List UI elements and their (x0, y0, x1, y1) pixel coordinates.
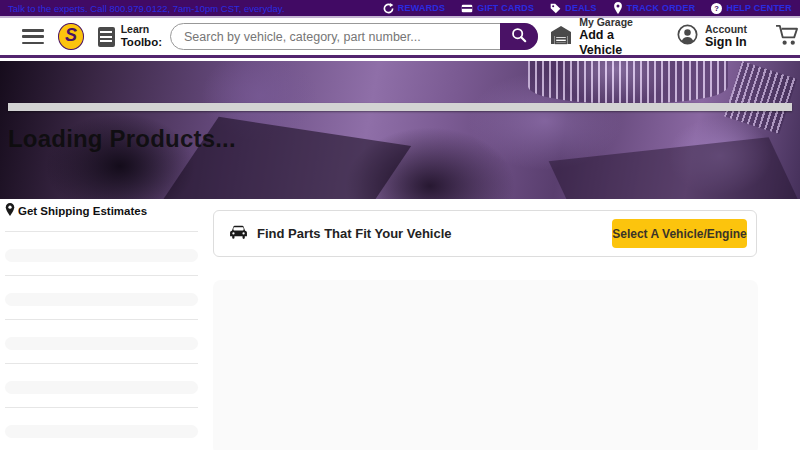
search-bar (170, 23, 538, 50)
loading-progress-bar (8, 103, 792, 111)
gift-cards-link[interactable]: GIFT CARDS (461, 3, 534, 14)
rewards-icon (383, 3, 394, 14)
account-label: Account (705, 23, 747, 35)
skeleton-row (5, 293, 198, 320)
gift-cards-label: GIFT CARDS (477, 3, 534, 13)
location-pin-icon (613, 2, 623, 14)
toolbox-list-icon (98, 27, 115, 47)
vehicle-finder-label-group: Find Parts That Fit Your Vehicle (229, 225, 452, 243)
tag-icon (550, 3, 561, 14)
hamburger-menu-icon[interactable] (22, 29, 44, 44)
main-header: S Learn Toolbo: My Garage Add a Vehicle (0, 18, 800, 58)
shipping-estimates-label: Get Shipping Estimates (18, 205, 147, 217)
location-pin-icon (5, 203, 15, 218)
learn-label-line2: Toolbo: (121, 36, 162, 49)
my-garage-link[interactable]: My Garage Add a Vehicle (550, 16, 653, 57)
vehicle-finder-card: Find Parts That Fit Your Vehicle Select … (213, 210, 757, 257)
deals-label: DEALS (565, 3, 597, 13)
track-order-link[interactable]: TRACK ORDER (613, 2, 696, 14)
add-vehicle-label: Add a Vehicle (579, 28, 653, 57)
filters-sidebar: Get Shipping Estimates (5, 203, 198, 450)
vehicle-finder-label: Find Parts That Fit Your Vehicle (257, 226, 452, 241)
loading-products-text: Loading Products... (8, 125, 236, 153)
sign-in-label: Sign In (705, 35, 747, 49)
search-input[interactable] (170, 23, 538, 50)
garage-icon (550, 25, 572, 49)
cart-icon (775, 32, 800, 49)
account-sign-in-link[interactable]: Account Sign In (677, 23, 747, 49)
engine-fins-decoration (528, 61, 728, 103)
search-icon (511, 27, 527, 46)
cart-button[interactable] (775, 24, 800, 50)
learn-label-line1: Learn (121, 24, 162, 36)
skeleton-row (5, 381, 198, 408)
page: Talk to the experts. Call 800.979.0122, … (0, 0, 800, 450)
rewards-label: REWARDS (398, 3, 445, 13)
divider (5, 231, 198, 232)
skeleton-row (5, 337, 198, 364)
rewards-link[interactable]: REWARDS (383, 3, 445, 14)
track-order-label: TRACK ORDER (627, 3, 696, 13)
deals-link[interactable]: DEALS (550, 3, 597, 14)
learn-toolbox-link[interactable]: Learn Toolbo: (98, 24, 162, 48)
top-bar-links: REWARDS GIFT CARDS DEALS TRACK ORDER ? H… (383, 2, 792, 14)
help-center-link[interactable]: ? HELP CENTER (711, 3, 792, 14)
help-center-label: HELP CENTER (726, 3, 792, 13)
svg-text:?: ? (715, 4, 720, 13)
skeleton-row (5, 249, 198, 276)
search-button[interactable] (500, 23, 538, 50)
support-phone-message[interactable]: Talk to the experts. Call 800.979.0122, … (8, 3, 285, 14)
car-icon (229, 225, 248, 243)
select-vehicle-engine-button[interactable]: Select A Vehicle/Engine (612, 219, 747, 248)
hero-banner: Loading Products... (0, 61, 800, 199)
help-circle-icon: ? (711, 3, 722, 14)
gift-card-icon (461, 3, 473, 14)
skeleton-row (5, 425, 198, 450)
shipping-estimates-link[interactable]: Get Shipping Estimates (5, 203, 198, 218)
account-icon (677, 24, 698, 49)
my-garage-label: My Garage (579, 16, 653, 28)
top-bar: Talk to the experts. Call 800.979.0122, … (0, 0, 800, 18)
engine-shadow-decoration (549, 137, 800, 199)
engine-fins-decoration (724, 61, 797, 134)
speedway-logo[interactable]: S (58, 23, 83, 50)
products-loading-skeleton (213, 280, 758, 450)
